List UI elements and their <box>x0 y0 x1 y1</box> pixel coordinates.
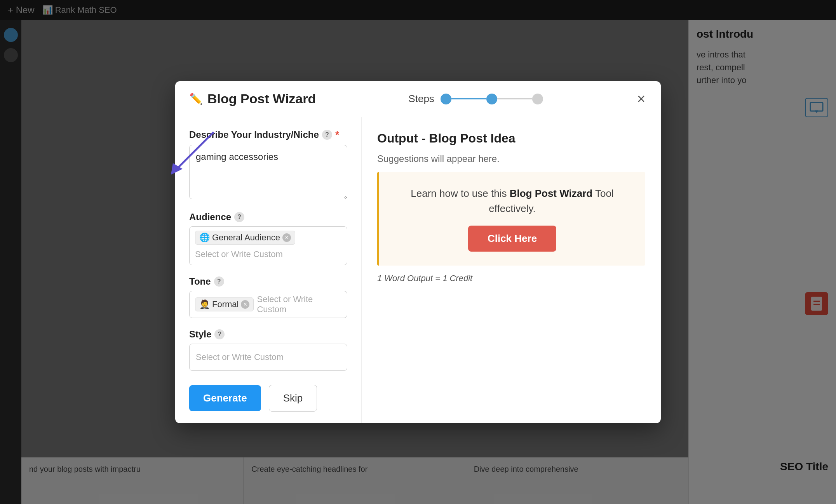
tone-tag-text: Formal <box>212 299 239 309</box>
output-panel: Output - Blog Post Idea Suggestions will… <box>362 117 661 423</box>
output-subtitle: Suggestions will appear here. <box>377 153 645 164</box>
style-input[interactable]: Select or Write Custom <box>189 344 347 371</box>
audience-placeholder: Select or Write Custom <box>195 248 283 261</box>
tone-tag-remove[interactable]: × <box>241 300 249 309</box>
info-bold: Blog Post Wizard <box>510 188 593 199</box>
skip-button[interactable]: Skip <box>269 385 317 412</box>
step-line-2 <box>497 98 532 99</box>
audience-help-icon[interactable]: ? <box>234 212 244 222</box>
close-button[interactable]: × <box>636 90 647 108</box>
pencil-icon: ✏️ <box>189 92 203 105</box>
modal-header: ✏️ Blog Post Wizard Steps × <box>175 81 661 117</box>
info-box-text: Learn how to use this Blog Post Wizard T… <box>395 186 630 216</box>
style-help-icon[interactable]: ? <box>214 329 225 339</box>
left-form-panel: Describe Your Industry/Niche ? * Audienc… <box>175 117 362 423</box>
tone-field: Tone ? 🤵 Formal × Select or Write Custom <box>189 276 347 318</box>
audience-tag-input[interactable]: 🌐 General Audience × Select or Write Cus… <box>189 226 347 265</box>
audience-tag-text: General Audience <box>212 233 280 243</box>
steps-track <box>441 94 543 104</box>
audience-tag-general: 🌐 General Audience × <box>195 231 295 245</box>
step-dot-2 <box>486 94 497 104</box>
tone-label: Tone ? <box>189 276 347 287</box>
audience-tag-emoji: 🌐 <box>199 233 210 243</box>
required-star: * <box>335 129 339 141</box>
modal-title: Blog Post Wizard <box>207 91 316 106</box>
tone-tag-formal: 🤵 Formal × <box>195 297 254 311</box>
industry-label: Describe Your Industry/Niche ? * <box>189 129 347 141</box>
industry-help-icon[interactable]: ? <box>322 130 332 140</box>
info-text-before: Learn how to use this <box>411 188 509 199</box>
blog-post-wizard-modal: ✏️ Blog Post Wizard Steps × <box>175 81 661 423</box>
steps-label: Steps <box>408 93 434 105</box>
style-label: Style ? <box>189 329 347 340</box>
audience-field: Audience ? 🌐 General Audience × Select o… <box>189 212 347 265</box>
step-dot-3 <box>532 94 543 104</box>
credit-note: 1 Word Output = 1 Credit <box>377 273 645 283</box>
output-title: Output - Blog Post Idea <box>377 131 645 146</box>
tone-placeholder: Select or Write Custom <box>257 293 341 316</box>
step-line-1 <box>451 98 486 99</box>
industry-field: Describe Your Industry/Niche ? * <box>189 129 347 201</box>
tone-tag-emoji: 🤵 <box>199 299 210 309</box>
click-here-button[interactable]: Click Here <box>468 226 556 252</box>
generate-button[interactable]: Generate <box>189 385 261 411</box>
modal-body: Describe Your Industry/Niche ? * Audienc… <box>175 117 661 423</box>
audience-tag-remove[interactable]: × <box>282 233 291 242</box>
modal-overlay: ✏️ Blog Post Wizard Steps × <box>0 0 836 504</box>
step-dot-1 <box>441 94 451 104</box>
tone-help-icon[interactable]: ? <box>214 276 224 287</box>
button-row: Generate Skip <box>189 382 347 412</box>
info-box: Learn how to use this Blog Post Wizard T… <box>377 172 645 266</box>
style-placeholder: Select or Write Custom <box>196 352 284 362</box>
steps-area: Steps <box>408 93 543 105</box>
tone-tag-input[interactable]: 🤵 Formal × Select or Write Custom <box>189 291 347 318</box>
style-field: Style ? Select or Write Custom <box>189 329 347 371</box>
modal-title-area: ✏️ Blog Post Wizard <box>189 91 316 106</box>
audience-label: Audience ? <box>189 212 347 222</box>
industry-textarea[interactable] <box>189 145 347 199</box>
